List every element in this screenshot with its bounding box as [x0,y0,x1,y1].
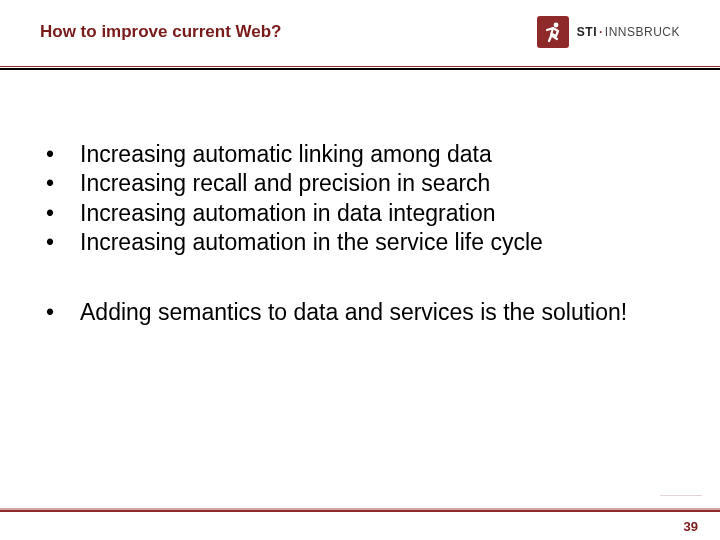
logo-text: STI·INNSBRUCK [577,25,680,39]
bullet-icon: • [40,140,80,169]
list-item-text: Increasing automatic linking among data [80,140,680,169]
runner-icon [543,21,563,43]
bullet-icon: • [40,228,80,257]
list-item: •Increasing automatic linking among data [40,140,680,169]
bullet-group-1: •Increasing automatic linking among data… [40,140,680,258]
list-item-text: Increasing automation in the service lif… [80,228,680,257]
slide: How to improve current Web? STI·INNSBRUC… [0,0,720,540]
list-item: •Increasing automation in the service li… [40,228,680,257]
page-number: 39 [684,519,698,534]
logo-text-bold: STI [577,25,597,39]
content: •Increasing automatic linking among data… [40,140,680,367]
logo-separator-icon: · [599,25,603,39]
decorative-line [660,495,702,506]
svg-point-0 [553,23,558,28]
list-item: •Increasing automation in data integrati… [40,199,680,228]
list-item-text: Adding semantics to data and services is… [80,298,680,327]
bullet-icon: • [40,199,80,228]
list-item: •Adding semantics to data and services i… [40,298,680,327]
footer-divider [0,508,720,512]
bullet-icon: • [40,169,80,198]
logo: STI·INNSBRUCK [537,16,680,48]
list-item-text: Increasing recall and precision in searc… [80,169,680,198]
list-item-text: Increasing automation in data integratio… [80,199,680,228]
logo-text-rest: INNSBRUCK [605,25,680,39]
logo-mark [537,16,569,48]
header-divider [0,66,720,70]
bullet-group-2: •Adding semantics to data and services i… [40,298,680,327]
bullet-icon: • [40,298,80,327]
list-item: •Increasing recall and precision in sear… [40,169,680,198]
